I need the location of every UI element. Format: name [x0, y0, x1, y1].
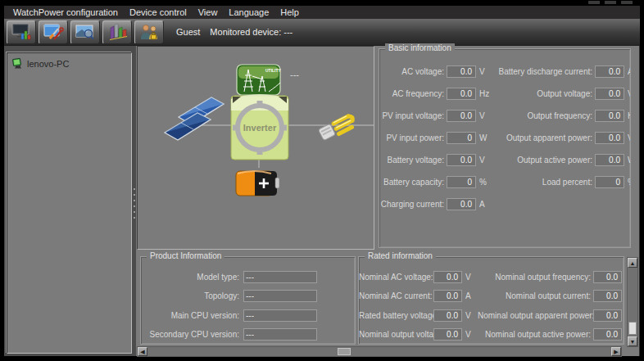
- info-row: Output active power: 0.0 W: [492, 149, 630, 171]
- unit-label: Hz: [628, 111, 630, 120]
- close-button[interactable]: [621, 1, 633, 4]
- info-row: Charging current: 0.0 A: [379, 193, 492, 215]
- value-field: 0: [447, 132, 476, 144]
- info-row: Output voltage: 0.0 V: [492, 83, 630, 105]
- field-label: Nominal AC voltage:: [359, 273, 431, 282]
- battery-icon: [236, 171, 279, 196]
- menu-device-control[interactable]: Device control: [124, 7, 193, 17]
- menu-view[interactable]: View: [193, 7, 224, 17]
- field-label: Battery voltage:: [379, 156, 444, 165]
- value-field: 0.0: [595, 65, 624, 78]
- unit-label: V: [628, 89, 630, 98]
- info-row: AC frequency: 0.0 Hz: [379, 83, 492, 105]
- power-flow-panel: UTILITY: [137, 46, 374, 250]
- info-row: Battery discharge current: 0.0 A: [492, 61, 630, 83]
- value-field: 0.0: [433, 309, 462, 322]
- group-title: Rated information: [365, 251, 436, 260]
- scroll-down-icon[interactable]: ▼: [628, 336, 637, 346]
- value-field: 0.0: [595, 132, 624, 144]
- info-row: Nominal output frequency: 0.0 Hz: [478, 268, 624, 287]
- window-tools-icon: [43, 23, 64, 41]
- maximize-button[interactable]: [605, 1, 616, 4]
- field-label: Output apparent power:: [492, 133, 592, 142]
- svg-text:UTILITY: UTILITY: [265, 68, 282, 73]
- value-field: 0.0: [593, 328, 622, 341]
- field-label: Nominal output current:: [478, 291, 591, 300]
- unit-label: V: [479, 111, 492, 120]
- device-tree-panel: lenovo-PC: [7, 52, 132, 354]
- minimize-button[interactable]: [588, 1, 600, 4]
- field-label: AC frequency:: [379, 89, 444, 98]
- info-row: Nominal output apparent power: 0.0 VA: [478, 306, 624, 325]
- data-query-button[interactable]: [70, 20, 100, 44]
- monitored-device-label: Monitored device: ---: [210, 27, 293, 37]
- info-row: Battery capacity: 0 %: [379, 171, 492, 193]
- product-information-group: Product Information Model type: --- Topo…: [140, 256, 356, 345]
- info-row: PV input power: 0 W: [379, 127, 492, 149]
- unit-label: W: [628, 156, 630, 165]
- unit-label: A: [479, 200, 492, 209]
- unit-label: V: [465, 330, 478, 339]
- unit-label: VA: [628, 133, 630, 142]
- field-label: Nominal output active power:: [478, 330, 591, 339]
- unit-label: V: [479, 156, 492, 165]
- menu-language[interactable]: Language: [223, 7, 274, 17]
- field-label: Battery discharge current:: [492, 67, 592, 76]
- computer-icon: [12, 58, 23, 69]
- field-label: Output frequency:: [492, 111, 592, 120]
- info-row: Topology: ---: [143, 287, 317, 305]
- info-row: Load percent: 0 %: [492, 171, 630, 193]
- watchpower-window: WatchPower configuration Device control …: [0, 0, 644, 361]
- value-field: 0.0: [447, 65, 476, 78]
- value-field: 0.0: [595, 110, 624, 122]
- horizontal-scrollbar[interactable]: ◀ ▶: [137, 346, 622, 357]
- parameter-setting-button[interactable]: [39, 20, 68, 44]
- user-role-label: Guest: [176, 27, 200, 37]
- content-area: UTILITY: [136, 46, 640, 356]
- field-label: AC voltage:: [379, 67, 444, 76]
- info-row: Model type: ---: [143, 268, 317, 287]
- field-label: Output active power:: [492, 156, 592, 165]
- unit-label: %: [628, 178, 630, 187]
- value-field: 0: [447, 176, 476, 188]
- rated-information-group: Rated information Nominal AC voltage: 0.…: [358, 256, 624, 345]
- unit-label: V: [465, 311, 478, 320]
- value-field: 0.0: [593, 290, 622, 302]
- scroll-right-icon[interactable]: ▶: [611, 347, 621, 356]
- menu-help[interactable]: Help: [274, 7, 305, 17]
- info-row: Nominal output active power: 0.0 W: [478, 325, 624, 344]
- scroll-up-icon[interactable]: ▲: [628, 258, 637, 268]
- chart-3d-icon: [107, 23, 128, 41]
- field-label: Charging current:: [379, 200, 444, 209]
- group-title: Basic information: [385, 43, 455, 52]
- tree-item-computer[interactable]: lenovo-PC: [7, 53, 131, 69]
- statistics-button[interactable]: [102, 20, 132, 44]
- vertical-scroll-thumb[interactable]: [628, 322, 637, 335]
- inverter-icon: Inverter: [231, 94, 288, 160]
- app-frame: WatchPower configuration Device control …: [4, 6, 640, 356]
- value-field: 0.0: [447, 154, 476, 166]
- window-controls[interactable]: [588, 1, 633, 4]
- monitor-chart-icon: [11, 23, 32, 41]
- toolbar: Guest Monitored device: ---: [4, 19, 640, 46]
- menu-watchpower-configuration[interactable]: WatchPower configuration: [7, 7, 124, 17]
- field-label: Nominal output apparent power:: [478, 311, 591, 320]
- monitoring-button[interactable]: [7, 20, 36, 44]
- users-lock-icon: [138, 23, 160, 41]
- scroll-left-icon[interactable]: ◀: [138, 347, 147, 356]
- info-row: AC voltage: 0.0 V: [379, 61, 492, 83]
- login-user-button[interactable]: [134, 20, 164, 44]
- info-row: Nominal output voltage: 0.0 V: [359, 325, 478, 344]
- image-magnifier-icon: [75, 23, 96, 41]
- value-field: 0.0: [595, 88, 624, 100]
- horizontal-scroll-thumb[interactable]: [338, 348, 351, 355]
- group-title: Product Information: [147, 251, 224, 260]
- value-field: ---: [243, 328, 317, 341]
- field-label: Output voltage:: [492, 89, 592, 98]
- value-field: 0.0: [447, 198, 476, 210]
- field-label: PV input voltage:: [379, 111, 444, 120]
- vertical-scrollbar[interactable]: ▲ ▼: [627, 257, 638, 347]
- field-label: Load percent:: [492, 178, 592, 187]
- field-label: Main CPU version:: [143, 311, 239, 320]
- unit-label: A: [465, 291, 478, 300]
